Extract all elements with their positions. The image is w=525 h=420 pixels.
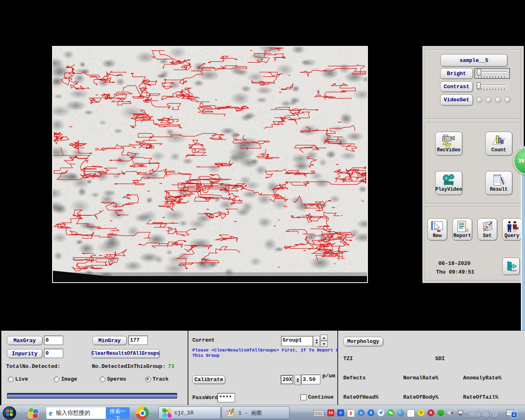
group-count-row: No.DetectedInThisGroup: 73 bbox=[92, 363, 174, 370]
password-label: PassWord bbox=[192, 395, 218, 401]
report-button[interactable]: Report bbox=[452, 218, 472, 240]
clear-results-label: ClearResultsOfAllGroups bbox=[91, 351, 160, 356]
group-spin-down-icon[interactable] bbox=[315, 342, 318, 344]
tray-paper-plane-icon[interactable] bbox=[377, 409, 384, 416]
radio-image[interactable]: Image bbox=[54, 376, 77, 382]
tray-speaker-muted-icon[interactable] bbox=[447, 409, 454, 416]
maxgray-label: MaxGray bbox=[14, 338, 36, 344]
radio-live[interactable]: Live bbox=[8, 376, 28, 382]
browser-pinwheel-launcher[interactable] bbox=[27, 407, 39, 419]
inpurity-button[interactable]: Inpurity bbox=[7, 349, 42, 358]
group-spinner[interactable] bbox=[313, 336, 320, 347]
tray-gear-icon[interactable]: ⚙ bbox=[358, 409, 365, 416]
playvideo-button[interactable]: PlayVideo bbox=[435, 171, 462, 195]
maxgray-button[interactable]: MaxGray bbox=[7, 336, 42, 345]
chrome-icon bbox=[139, 410, 146, 416]
mag-spin-down-icon[interactable] bbox=[297, 381, 299, 382]
mingray-button[interactable]: MinGray bbox=[92, 336, 127, 345]
tray-10-icon[interactable]: 10 bbox=[327, 409, 334, 416]
tray-thermometer-icon[interactable] bbox=[347, 409, 355, 417]
contrast-slider[interactable] bbox=[475, 82, 509, 91]
tray-a-icon[interactable]: A bbox=[337, 409, 344, 416]
detection-panel: MaxGray MinGray Inpurity ClearResultsOfA… bbox=[1, 331, 188, 405]
clear-results-button[interactable]: ClearResultsOfAllGroups bbox=[91, 349, 160, 358]
chrome-launcher[interactable] bbox=[136, 406, 149, 420]
calibrate-button[interactable]: Calibrate bbox=[192, 375, 225, 384]
radio-sperms-circle[interactable] bbox=[100, 377, 105, 382]
radio-sperms[interactable]: Sperms bbox=[100, 376, 126, 382]
magnification-box[interactable]: 20X bbox=[281, 375, 293, 384]
group-down-button[interactable] bbox=[320, 341, 328, 347]
radio-live-circle[interactable] bbox=[8, 377, 14, 382]
new-button[interactable]: New bbox=[427, 218, 447, 240]
query-button[interactable]: Query bbox=[502, 218, 522, 240]
notification-badge: 2 bbox=[511, 412, 517, 418]
tray-plus-icon[interactable]: + bbox=[418, 409, 425, 416]
search-go-button[interactable]: 搜索一下 bbox=[106, 407, 130, 419]
radio-track-circle[interactable] bbox=[145, 377, 151, 382]
bright-slider[interactable] bbox=[475, 68, 510, 79]
magnification-spinner[interactable] bbox=[294, 375, 301, 385]
inpurity-input[interactable] bbox=[44, 349, 63, 358]
set-button[interactable]: Set bbox=[477, 218, 497, 240]
notification-area-icon[interactable]: 2 bbox=[506, 408, 517, 418]
mag-spin-up-icon[interactable] bbox=[297, 378, 299, 380]
video-adjust-group: sample__5 Bright Contrast VideoSet bbox=[425, 49, 521, 119]
desktop: { "overlay": { "badge": "38" }, "right_p… bbox=[0, 0, 525, 420]
morphology-label: Morphology bbox=[347, 338, 379, 345]
group-combo[interactable]: Group1 bbox=[281, 336, 313, 346]
sdi-label: SDI bbox=[435, 356, 445, 362]
group-spin-up-icon[interactable] bbox=[315, 339, 318, 341]
language-keyboard-icon[interactable] bbox=[313, 410, 324, 417]
assistant-bubble-count: 38 bbox=[518, 158, 525, 164]
count-button[interactable]: Count bbox=[485, 132, 512, 155]
continue-label: Continue bbox=[308, 394, 333, 400]
sample-button[interactable]: sample__5 bbox=[441, 54, 507, 66]
radio-image-circle[interactable] bbox=[54, 377, 59, 382]
settings-check-icon bbox=[481, 220, 494, 233]
panel-time: Thu 09:49:51 bbox=[436, 269, 475, 275]
tray-b-circle-icon[interactable]: B bbox=[368, 409, 374, 416]
result-button[interactable]: Result bbox=[485, 171, 512, 195]
group-up-button[interactable] bbox=[320, 335, 328, 341]
taskbar-app-paint-label: 1 - 画图 bbox=[238, 409, 262, 417]
tray-notes-icon[interactable]: ⚡ bbox=[407, 409, 415, 417]
taskbar-app-cjz[interactable]: cjz_10 bbox=[158, 406, 221, 419]
tray-globe-icon[interactable] bbox=[397, 409, 404, 416]
projector-icon bbox=[442, 174, 456, 186]
scale-input[interactable] bbox=[301, 374, 320, 384]
taskbar-search-box[interactable]: e bbox=[46, 407, 106, 419]
tray-shield-icon[interactable] bbox=[437, 409, 444, 416]
video-indicator-2[interactable] bbox=[486, 97, 492, 103]
contrast-slider-handle[interactable] bbox=[477, 82, 481, 89]
video-indicator-4[interactable] bbox=[504, 97, 511, 103]
windows-start-icon bbox=[2, 406, 16, 420]
progress-bar-fill bbox=[7, 393, 177, 398]
radio-track[interactable]: Track bbox=[145, 376, 169, 382]
contrast-button[interactable]: Contrast bbox=[440, 81, 473, 92]
search-input[interactable] bbox=[55, 409, 102, 417]
continue-option[interactable]: Continue bbox=[300, 394, 333, 400]
mingray-input[interactable] bbox=[128, 336, 148, 345]
exit-button[interactable] bbox=[502, 258, 520, 275]
recvideo-button[interactable]: RecVideo bbox=[435, 132, 462, 155]
start-button[interactable] bbox=[2, 406, 16, 420]
tray-red-b-icon[interactable]: B bbox=[427, 409, 434, 416]
clear-warning-line1: Please <ClearResultsOfAllGroups> First, … bbox=[192, 348, 347, 353]
continue-checkbox[interactable] bbox=[300, 394, 306, 400]
videoset-button[interactable]: VideoSet bbox=[440, 94, 473, 105]
maxgray-input[interactable] bbox=[44, 336, 63, 345]
playvideo-label: PlayVideo bbox=[436, 187, 462, 192]
bright-slider-handle[interactable] bbox=[477, 69, 481, 75]
bright-button[interactable]: Bright bbox=[440, 68, 473, 79]
mode-radios: Live Image Sperms Track bbox=[8, 376, 180, 383]
taskbar-app-paint[interactable]: 1 - 画图 bbox=[221, 406, 290, 419]
video-indicator-1[interactable] bbox=[476, 97, 482, 103]
password-input[interactable] bbox=[217, 393, 235, 402]
video-indicator-3[interactable] bbox=[495, 97, 501, 103]
tray-clock[interactable]: 09:49 2020-06-18 bbox=[466, 407, 499, 418]
inpurity-label: Inpurity bbox=[12, 351, 37, 357]
tray-network-icon[interactable] bbox=[457, 409, 464, 416]
tray-wechat-icon[interactable] bbox=[387, 409, 394, 416]
morphology-button[interactable]: Morphology bbox=[343, 337, 383, 346]
